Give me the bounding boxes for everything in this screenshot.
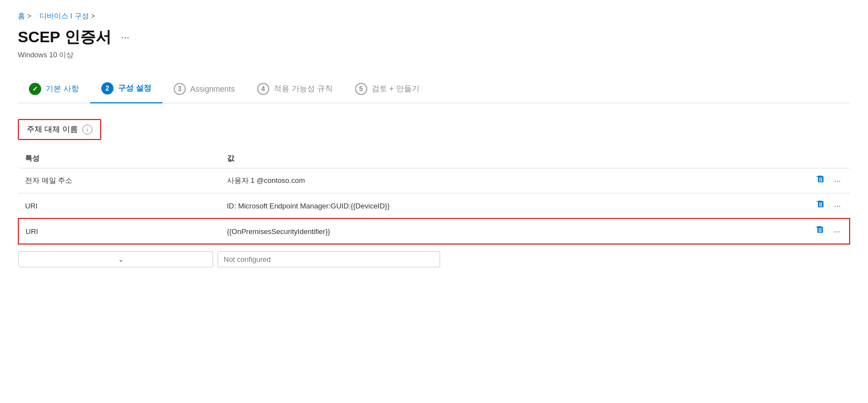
page-ellipsis-button[interactable]: ··· bbox=[118, 31, 133, 44]
row3-property: URI bbox=[18, 218, 220, 244]
wizard-step-1[interactable]: ✓ 기본 사항 bbox=[18, 76, 90, 103]
step5-label: 검토 + 만들기 bbox=[372, 84, 420, 94]
row1-value: 사용자 1 @contoso.com bbox=[220, 168, 805, 193]
row3-value: {{OnPremisesSecurityIdentifier}} bbox=[220, 218, 805, 244]
breadcrumb: 홈 > 디바이스 I 구성 > bbox=[18, 11, 850, 21]
row3-delete-button[interactable] bbox=[813, 225, 827, 238]
info-icon[interactable]: i bbox=[82, 125, 92, 135]
table-row: 전자 메일 주소 사용자 1 @contoso.com ··· bbox=[18, 168, 850, 193]
col-header-property: 특성 bbox=[18, 149, 220, 168]
col-header-actions bbox=[805, 149, 850, 168]
breadcrumb-sep1: > bbox=[27, 12, 37, 20]
section-box: 주체 대체 이름 i bbox=[18, 119, 101, 140]
step2-label: 구성 설정 bbox=[118, 83, 151, 93]
value-input[interactable] bbox=[218, 251, 440, 267]
step4-label: 적용 가능성 규칙 bbox=[274, 84, 333, 94]
step3-label: Assignments bbox=[190, 84, 235, 93]
row1-property: 전자 메일 주소 bbox=[18, 168, 220, 193]
row2-value: ID: Microsoft Endpoint Manager:GUID:{{De… bbox=[220, 193, 805, 219]
step1-label: 기본 사항 bbox=[46, 84, 79, 94]
wizard-step-4[interactable]: 4 적용 가능성 규칙 bbox=[246, 76, 344, 103]
row1-delete-button[interactable] bbox=[814, 174, 827, 187]
step4-circle: 4 bbox=[257, 83, 269, 95]
breadcrumb-section[interactable]: 디바이스 I 구성 bbox=[40, 12, 89, 20]
wizard-step-5[interactable]: 5 검토 + 만들기 bbox=[344, 76, 431, 103]
chevron-down-icon: ⌄ bbox=[118, 255, 207, 263]
row2-more-button[interactable]: ··· bbox=[832, 200, 843, 211]
wizard-step-3[interactable]: 3 Assignments bbox=[162, 76, 246, 103]
subject-alt-name-table: 특성 값 전자 메일 주소 사용자 1 @contoso.com bbox=[18, 149, 850, 274]
page-title-row: SCEP 인증서 ··· bbox=[18, 27, 850, 48]
page-subtitle: Windows 10 이상 bbox=[18, 50, 850, 60]
trash-icon bbox=[816, 200, 825, 209]
section-title: 주체 대체 이름 bbox=[27, 125, 78, 135]
row3-actions: ··· bbox=[805, 218, 850, 244]
row1-more-button[interactable]: ··· bbox=[832, 175, 843, 186]
step5-circle: 5 bbox=[355, 83, 367, 95]
trash-icon bbox=[816, 175, 825, 184]
wizard-step-2[interactable]: 2 구성 설정 bbox=[90, 76, 162, 103]
content-area: 주체 대체 이름 i 특성 값 전자 메일 주소 사용자 1 @contoso.… bbox=[18, 119, 850, 274]
table-row: URI {{OnPremisesSecurityIdentifier}} ··· bbox=[18, 218, 850, 244]
step1-circle: ✓ bbox=[29, 83, 41, 95]
add-row: ⌄ bbox=[18, 244, 850, 274]
page-title: SCEP 인증서 bbox=[18, 27, 111, 48]
property-dropdown[interactable]: ⌄ bbox=[18, 251, 213, 267]
step2-circle: 2 bbox=[101, 82, 114, 94]
col-header-value: 값 bbox=[220, 149, 805, 168]
row2-property: URI bbox=[18, 193, 220, 219]
row1-actions: ··· bbox=[805, 168, 850, 193]
wizard-steps: ✓ 기본 사항 2 구성 설정 3 Assignments 4 적용 가능성 규… bbox=[18, 76, 850, 103]
row2-delete-button[interactable] bbox=[814, 199, 827, 212]
step3-circle: 3 bbox=[174, 83, 186, 95]
row2-actions: ··· bbox=[805, 193, 850, 219]
trash-icon bbox=[816, 226, 825, 235]
breadcrumb-sep2: > bbox=[91, 12, 95, 20]
table-row: URI ID: Microsoft Endpoint Manager:GUID:… bbox=[18, 193, 850, 219]
breadcrumb-home[interactable]: 홈 bbox=[18, 12, 25, 20]
row3-more-button[interactable]: ··· bbox=[831, 226, 842, 237]
page-container: 홈 > 디바이스 I 구성 > SCEP 인증서 ··· Windows 10 … bbox=[0, 0, 868, 285]
